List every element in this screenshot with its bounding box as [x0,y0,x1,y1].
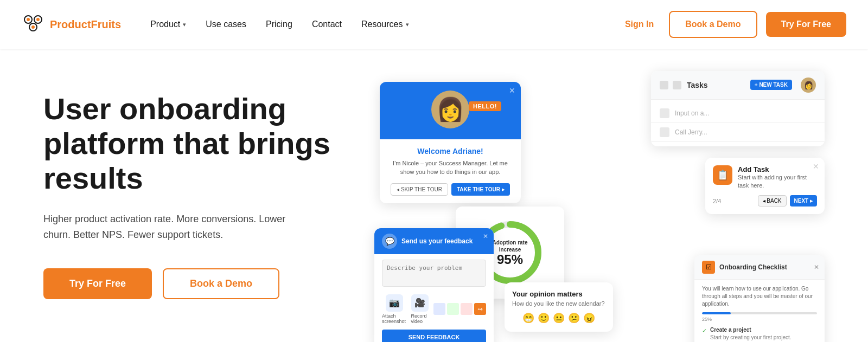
checklist-icon: ☑ [702,261,715,274]
list-item: ✓ Create a projectStart by creating your… [702,326,817,341]
logo-icon [22,13,44,36]
adoption-percent: 95% [493,253,528,266]
add-task-card: ✕ 📋 Add Task Start with adding your firs… [705,158,825,215]
emoji-neutral[interactable]: 😐 [553,312,565,324]
opinion-title: Your opinion matters [512,290,605,298]
tasks-title: Tasks [687,81,745,89]
emoji-very-happy[interactable]: 😁 [522,312,534,324]
table-row: Call Jerry... [651,123,825,142]
checklist-items: ✓ Create a projectStart by creating your… [702,326,817,343]
new-task-button[interactable]: + NEW TASK [750,80,792,90]
take-tour-button[interactable]: TAKE THE TOUR ▸ [451,183,510,196]
hero-title: User onboarding platform that brings res… [43,92,347,196]
nav-item-usecases[interactable]: Use cases [198,15,254,34]
add-task-icon: 📋 [713,165,732,185]
hero-left: User onboarding platform that brings res… [43,49,347,342]
onboarding-checklist-card: ☑ Onboarding Checklist ✕ You will learn … [694,255,825,343]
back-button[interactable]: ◂ BACK [758,195,787,207]
chevron-down-icon: ▾ [183,21,186,28]
sign-in-link[interactable]: Sign In [618,15,660,34]
hero-try-free-button[interactable]: Try For Free [43,268,152,299]
add-task-title: Add Task [738,165,817,173]
send-feedback-button[interactable]: SEND FEEDBACK [382,330,486,343]
nav-actions: Sign In Book a Demo Try For Free [618,11,846,38]
thumbnail-group: +4 [433,294,486,324]
tasks-panel: Tasks + NEW TASK 👩 Input on a... Call Je… [651,71,825,146]
checklist-title: Onboarding Checklist [719,263,787,271]
progress-bar [702,312,817,314]
close-icon[interactable]: ✕ [483,233,488,240]
attach-screenshot-button[interactable]: 📷 Attach screenshot [382,294,407,324]
svg-point-3 [27,18,30,21]
feedback-card: 💬 Send us your feedback ✕ 📷 Attach scree… [374,228,494,343]
nav-links: Product ▾ Use cases Pricing Contact Reso… [143,15,618,34]
navbar: ProductFruits Product ▾ Use cases Pricin… [0,0,868,49]
nav-book-demo-button[interactable]: Book a Demo [669,11,757,38]
svg-point-5 [31,25,35,29]
nav-item-contact[interactable]: Contact [304,15,349,34]
hero-right: 👩 HELLO! ✕ Welcome Adriane! I'm Nicole –… [347,49,825,342]
list-icon [673,81,681,89]
progress-percent: 25% [702,317,817,322]
opinion-card: Your opinion matters How do you like the… [505,282,613,332]
add-task-desc: Start with adding your first task here. [738,173,817,190]
nav-item-pricing[interactable]: Pricing [258,15,300,34]
welcome-card: 👩 HELLO! ✕ Welcome Adriane! I'm Nicole –… [380,82,521,203]
opinion-emojis: 😁 🙂 😐 😕 😠 [512,312,605,324]
record-video-button[interactable]: 🎥 Record video [411,294,430,324]
emoji-very-sad[interactable]: 😠 [583,312,595,324]
user-avatar: 👩 [801,78,816,93]
task-icon [660,108,669,118]
hero-book-demo-button[interactable]: Book a Demo [163,268,279,299]
feedback-textarea[interactable] [382,260,486,287]
task-icon [660,127,669,137]
hero-section: User onboarding platform that brings res… [0,49,868,342]
emoji-happy[interactable]: 🙂 [538,312,550,324]
skip-tour-button[interactable]: ◂ SKIP THE TOUR [391,183,448,196]
feedback-icon: 💬 [382,234,397,249]
mockup-container: 👩 HELLO! ✕ Welcome Adriane! I'm Nicole –… [369,66,825,326]
emoji-sad[interactable]: 😕 [568,312,580,324]
grid-icon [660,81,668,89]
task-counter: 2/4 [713,198,721,204]
opinion-subtitle: How do you like the new calendar? [512,300,605,307]
close-icon[interactable]: ✕ [509,86,515,95]
nav-item-resources[interactable]: Resources ▾ [354,15,416,34]
welcome-message: I'm Nicole – your Success Manager. Let m… [388,159,512,177]
hello-badge: HELLO! [469,101,501,111]
table-row: Input on a... [651,104,825,123]
adoption-label: Adoption rate increase [493,239,528,253]
hero-subtitle: Higher product activation rate. More con… [43,211,304,243]
chevron-down-icon: ▾ [406,21,409,28]
nav-item-product[interactable]: Product ▾ [143,15,194,34]
close-icon[interactable]: ✕ [814,263,819,271]
progress-fill [702,312,731,314]
checklist-description: You will learn how to use our applicatio… [702,285,817,308]
welcome-name: Welcome Adriane! [388,147,512,156]
check-icon: ✓ [702,327,707,335]
avatar: 👩 [431,91,469,128]
svg-point-4 [36,18,40,21]
hero-buttons: Try For Free Book a Demo [43,268,347,299]
nav-try-free-button[interactable]: Try For Free [766,12,846,37]
close-icon[interactable]: ✕ [813,162,819,171]
logo[interactable]: ProductFruits [22,13,121,36]
feedback-title: Send us your feedback [401,237,473,245]
next-button[interactable]: NEXT ▸ [790,195,817,207]
brand-name: ProductFruits [50,18,121,31]
